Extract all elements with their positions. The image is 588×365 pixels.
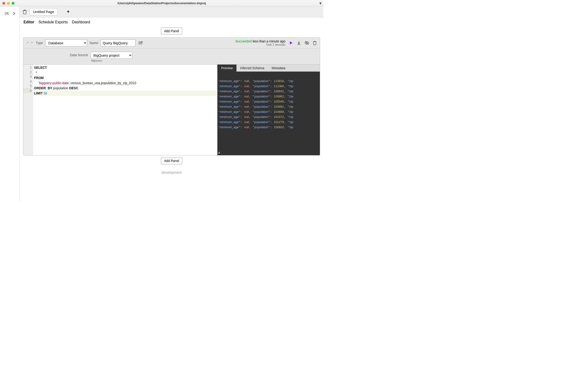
add-panel-button[interactable]: Add Panel: [161, 28, 182, 35]
panel-settings-icon[interactable]: [138, 40, 143, 45]
data-source-row: Data Source BigQuery project BigQuery: [23, 49, 320, 64]
line-number-gutter: 1 2 3 4 5 6: [23, 64, 33, 155]
type-label: Type: [36, 41, 43, 45]
left-sidebar: [0, 7, 20, 201]
results-pane: Preview Inferred Schema Metadata 'minimu…: [217, 64, 320, 155]
move-panel-up-icon[interactable]: [26, 41, 29, 45]
svg-marker-8: [290, 41, 293, 44]
svg-line-4: [8, 14, 9, 15]
tab-schedule-exports[interactable]: Schedule Exports: [38, 20, 68, 24]
move-panel-down-icon[interactable]: [30, 41, 34, 45]
delete-page-icon[interactable]: [22, 9, 27, 14]
add-page-icon[interactable]: +: [67, 9, 70, 14]
preview-output[interactable]: 'minimum_age": null, "population": 11391…: [217, 71, 320, 155]
window-title: /Users/philipeaton/DataStationProjects/d…: [0, 1, 323, 5]
footer-build-label: development: [20, 166, 323, 176]
page-tab-strip: Untitled Page +: [20, 7, 323, 17]
view-tabs: Editor Schedule Exports Dashboard: [20, 17, 323, 26]
resize-handle-icon[interactable]: ◢: [218, 150, 220, 155]
run-status: Succeeded less than a minute ago Took 2 …: [235, 39, 285, 46]
run-panel-icon[interactable]: [289, 41, 293, 45]
tab-metadata[interactable]: Metadata: [268, 64, 289, 71]
svg-point-3: [7, 13, 8, 14]
data-source-label: Data Source: [70, 52, 88, 57]
search-list-icon[interactable]: [4, 11, 9, 17]
name-label: Name: [90, 41, 98, 45]
page-tab[interactable]: Untitled Page: [30, 8, 57, 15]
panel-type-select[interactable]: Database: [45, 39, 87, 46]
panel-name-input[interactable]: [101, 39, 136, 46]
tab-dashboard[interactable]: Dashboard: [72, 20, 90, 24]
window-menu-icon[interactable]: ▾: [319, 1, 321, 6]
tab-preview[interactable]: Preview: [217, 64, 236, 71]
sql-editor[interactable]: SELECT * FROM `bigquery-public-data`.cen…: [33, 64, 217, 155]
window-titlebar: /Users/philipeaton/DataStationProjects/d…: [0, 0, 323, 7]
tab-inferred-schema[interactable]: Inferred Schema: [236, 64, 268, 71]
delete-panel-icon[interactable]: [312, 41, 317, 45]
chevron-right-icon[interactable]: [12, 11, 16, 17]
query-panel: Type Database Name Succeeded less than a…: [23, 37, 320, 155]
add-panel-button-bottom[interactable]: Add Panel: [161, 157, 182, 164]
hide-icon[interactable]: [304, 41, 309, 45]
panel-header: Type Database Name Succeeded less than a…: [23, 37, 320, 49]
data-source-sublabel: BigQuery: [90, 59, 132, 62]
data-source-select[interactable]: BigQuery project: [90, 52, 132, 59]
tab-editor[interactable]: Editor: [24, 20, 34, 24]
download-icon[interactable]: [297, 41, 301, 45]
